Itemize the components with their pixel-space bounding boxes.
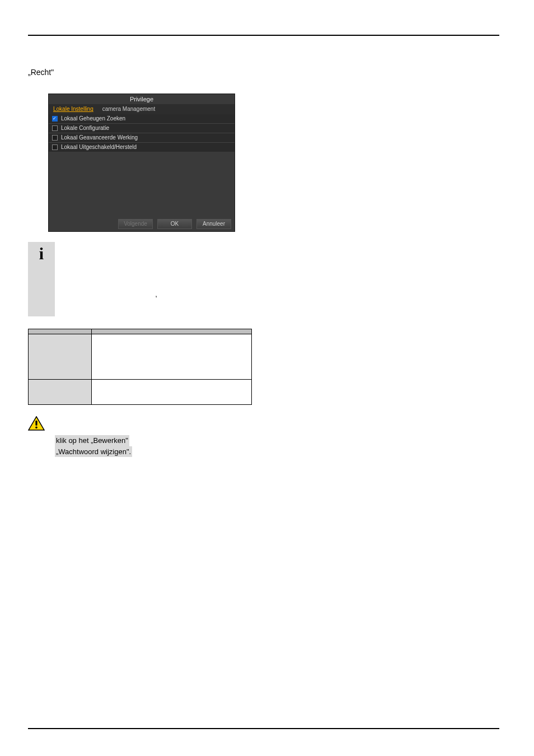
warning-text: klik op het „Bewerken" „Wachtwoord wijzi… [55, 415, 257, 457]
td-r2c2 [92, 380, 252, 405]
perm-label: Lokaal Geavanceerde Werking [61, 134, 138, 141]
checkbox-icon[interactable] [52, 144, 58, 150]
permission-list: Lokaal Geheugen Zoeken Lokale Configurat… [49, 114, 235, 152]
ok-button[interactable]: OK [157, 219, 192, 229]
dialog-tabs: Lokale Instelling camera Management [49, 104, 235, 114]
dialog-spacer [49, 152, 235, 217]
info-box: i , [28, 242, 257, 316]
td-r1c2 [92, 334, 252, 380]
checkbox-icon[interactable] [52, 135, 58, 141]
dialog-title: Privilege [49, 94, 235, 104]
warning-box: klik op het „Bewerken" „Wachtwoord wijzi… [28, 415, 257, 457]
perm-label: Lokaal Geheugen Zoeken [61, 115, 125, 122]
prev-button[interactable]: Volgende [118, 219, 153, 229]
perm-label: Lokaal Uitgeschakeld/Hersteld [61, 144, 137, 151]
bottom-rule [28, 728, 499, 729]
intro-link: Recht [31, 68, 51, 77]
checkbox-icon[interactable] [52, 116, 58, 122]
svg-rect-1 [35, 421, 37, 426]
info-comma: , [60, 289, 252, 300]
td-r1c1 [29, 334, 92, 380]
info-text: , [55, 242, 257, 316]
warn-line-1: klik op het „Bewerken" [55, 435, 129, 446]
info-icon-col: i [28, 242, 55, 316]
perm-row[interactable]: Lokale Configuratie [49, 124, 235, 133]
privilege-dialog: Privilege Lokale Instelling camera Manag… [48, 94, 235, 232]
info-icon: i [39, 245, 44, 262]
intro-suffix: " [51, 68, 54, 77]
cancel-button[interactable]: Annuleer [196, 219, 231, 229]
warn-line-2: „Wachtwoord wijzigen". [55, 446, 132, 458]
th-1 [29, 329, 92, 334]
td-r2c1 [29, 380, 92, 405]
warning-icon-col [28, 415, 55, 457]
dialog-buttons: Volgende OK Annuleer [49, 217, 235, 231]
th-2 [92, 329, 252, 334]
tab-local-settings[interactable]: Lokale Instelling [49, 104, 98, 114]
perm-label: Lokale Configuratie [61, 125, 109, 132]
perm-row[interactable]: Lokaal Geheugen Zoeken [49, 114, 235, 124]
checkbox-icon[interactable] [52, 125, 58, 131]
warning-icon [28, 416, 45, 431]
intro-line: „Recht" [28, 67, 499, 78]
top-rule [28, 35, 499, 36]
svg-point-2 [35, 427, 38, 429]
perm-row[interactable]: Lokaal Uitgeschakeld/Hersteld [49, 143, 235, 152]
tab-camera-management[interactable]: camera Management [98, 104, 160, 114]
perm-row[interactable]: Lokaal Geavanceerde Werking [49, 133, 235, 143]
parameter-table [28, 329, 252, 405]
